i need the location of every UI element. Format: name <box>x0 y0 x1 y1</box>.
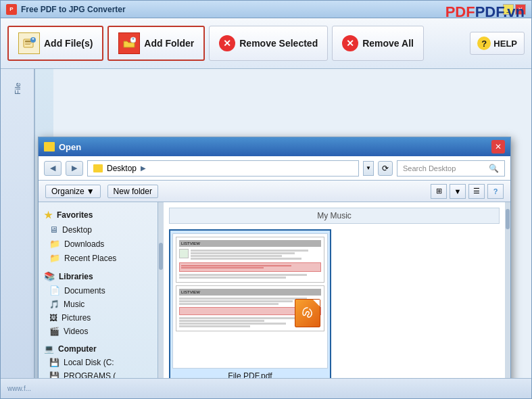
app-window: P Free PDF to JPG Converter _ ✕ PDFPDF.v… <box>0 0 532 399</box>
text-line <box>179 277 286 279</box>
folder-name: My Music <box>317 211 352 220</box>
remove-selected-label: Remove Selected <box>239 38 318 49</box>
main-toolbar: Add File(s) Add Folder ✕ Remove Selected… <box>1 18 531 69</box>
folder-label: My Music <box>169 208 500 224</box>
computer-label: Computer <box>58 344 97 354</box>
sidebar-item-videos[interactable]: 🎬 Videos <box>39 325 158 338</box>
programs-icon: 💾 <box>49 371 59 378</box>
sidebar-item-recent[interactable]: 📁 Recent Places <box>39 251 158 265</box>
back-button[interactable]: ◀ <box>44 161 62 176</box>
sidebar-scrollbar[interactable] <box>158 202 164 378</box>
documents-icon: 📄 <box>49 285 60 296</box>
desktop-icon: 🖥 <box>49 225 58 235</box>
view-controls: ⊞ ▼ ☰ ? <box>431 184 504 199</box>
libraries-icon: 📚 <box>44 271 55 281</box>
file-preview: LISTVIEW <box>172 233 328 369</box>
dialog-sidebar: ★ Favorites 🖥 Desktop 📁 Downloads <box>39 202 158 378</box>
address-location: Desktop <box>107 164 137 173</box>
computer-icon: 💻 <box>44 344 54 354</box>
sidebar-label-videos: Videos <box>64 327 88 336</box>
file-area[interactable]: My Music LISTVIEW <box>164 202 505 378</box>
dialog-folder-icon <box>44 142 55 151</box>
search-bar[interactable]: Search Desktop 🔍 <box>397 160 505 177</box>
title-bar: P Free PDF to JPG Converter _ ✕ PDFPDF.v… <box>1 1 531 18</box>
file-item[interactable]: LISTVIEW <box>169 229 331 378</box>
add-folder-button[interactable]: Add Folder <box>107 26 205 61</box>
sidebar-item-local-disk[interactable]: 💾 Local Disk (C: <box>39 356 158 369</box>
view-dropdown-button[interactable]: ▼ <box>450 184 466 199</box>
new-folder-button[interactable]: New folder <box>107 185 158 198</box>
text-line <box>179 298 307 300</box>
text-line <box>179 300 293 302</box>
address-dropdown[interactable]: ▼ <box>363 161 374 176</box>
sidebar-item-pictures[interactable]: 🖼 Pictures <box>39 311 158 325</box>
remove-all-button[interactable]: ✕ Remove All <box>332 26 424 61</box>
text-line <box>191 250 308 252</box>
dialog-title-bar: Open ✕ <box>39 137 510 156</box>
search-placeholder: Search Desktop <box>403 164 456 172</box>
add-folder-label: Add Folder <box>144 38 194 49</box>
page2-header: LISTVIEW <box>179 289 321 296</box>
sidebar-item-downloads[interactable]: 📁 Downloads <box>39 237 158 251</box>
page1-content <box>179 249 321 260</box>
sidebar-item-desktop[interactable]: 🖥 Desktop <box>39 222 158 237</box>
sidebar-item-music[interactable]: 🎵 Music <box>39 298 158 311</box>
file-label: File <box>14 83 22 95</box>
text-line <box>179 323 286 325</box>
add-folder-icon <box>118 32 140 54</box>
text-line <box>191 255 282 257</box>
remove-selected-button[interactable]: ✕ Remove Selected <box>209 26 328 61</box>
page2-preview: LISTVIEW <box>176 285 324 331</box>
address-bar: ◀ ▶ Desktop ▶ ▼ ⟳ Search Desktop 🔍 <box>39 156 510 181</box>
dialog-sidebar-wrapper: ★ Favorites 🖥 Desktop 📁 Downloads <box>39 202 164 378</box>
dialog-toolbar: Organize ▼ New folder ⊞ ▼ ☰ ? <box>39 181 510 202</box>
status-text: www.f... <box>7 385 31 392</box>
svg-rect-9 <box>133 38 134 40</box>
forward-button[interactable]: ▶ <box>66 161 83 176</box>
new-folder-label: New folder <box>114 187 152 196</box>
sidebar-item-programs[interactable]: 💾 PROGRAMS ( <box>39 369 158 378</box>
dialog-close-button[interactable]: ✕ <box>491 140 505 154</box>
refresh-button[interactable]: ⟳ <box>378 161 393 176</box>
sidebar-label-programs: PROGRAMS ( <box>64 371 116 378</box>
libraries-label: Libraries <box>59 272 93 281</box>
text-line <box>179 325 250 327</box>
app-icon: P <box>6 4 17 15</box>
text-line <box>191 252 295 254</box>
page1-preview: LISTVIEW <box>176 237 324 283</box>
sidebar-label-recent: Recent Places <box>64 254 116 263</box>
remove-all-icon: ✕ <box>342 35 358 51</box>
sidebar-item-documents[interactable]: 📄 Documents <box>39 283 158 298</box>
left-panel: File <box>1 69 34 378</box>
dialog-main: ★ Favorites 🖥 Desktop 📁 Downloads <box>39 202 510 378</box>
organize-dropdown-icon: ▼ <box>87 187 95 196</box>
file-name: File PDF.pdf <box>228 371 272 378</box>
address-input[interactable]: Desktop ▶ <box>87 160 359 177</box>
address-arrow: ▶ <box>141 164 146 172</box>
remove-selected-icon: ✕ <box>219 35 235 51</box>
remove-all-label: Remove All <box>362 38 414 49</box>
dialog-title: Open <box>59 142 81 152</box>
organize-button[interactable]: Organize ▼ <box>45 185 101 198</box>
file-area-scrollbar[interactable] <box>505 202 510 378</box>
organize-label: Organize <box>51 187 84 196</box>
help-dialog-button[interactable]: ? <box>487 184 504 199</box>
title-bar-left: P Free PDF to JPG Converter <box>6 4 126 15</box>
help-label: HELP <box>493 39 517 49</box>
sidebar-label-local-disk: Local Disk (C: <box>64 358 114 367</box>
file-scroll-thumb <box>506 209 510 229</box>
search-icon: 🔍 <box>489 164 499 173</box>
pdf-swirl-icon <box>301 306 314 320</box>
view-details-button[interactable]: ☰ <box>468 184 485 199</box>
libraries-section: 📚 Libraries 📄 Documents 🎵 Music <box>39 269 158 338</box>
downloads-icon: 📁 <box>49 239 60 249</box>
help-button[interactable]: ? HELP <box>470 32 525 55</box>
add-files-button[interactable]: Add File(s) <box>7 26 103 61</box>
pdf-icon-overlay <box>295 299 320 327</box>
page1-header: LISTVIEW <box>179 240 321 247</box>
favorites-star-icon: ★ <box>44 210 53 220</box>
view-thumbnails-button[interactable]: ⊞ <box>431 184 447 199</box>
pictures-icon: 🖼 <box>49 313 57 323</box>
text-line <box>179 320 264 322</box>
svg-rect-3 <box>25 44 30 45</box>
